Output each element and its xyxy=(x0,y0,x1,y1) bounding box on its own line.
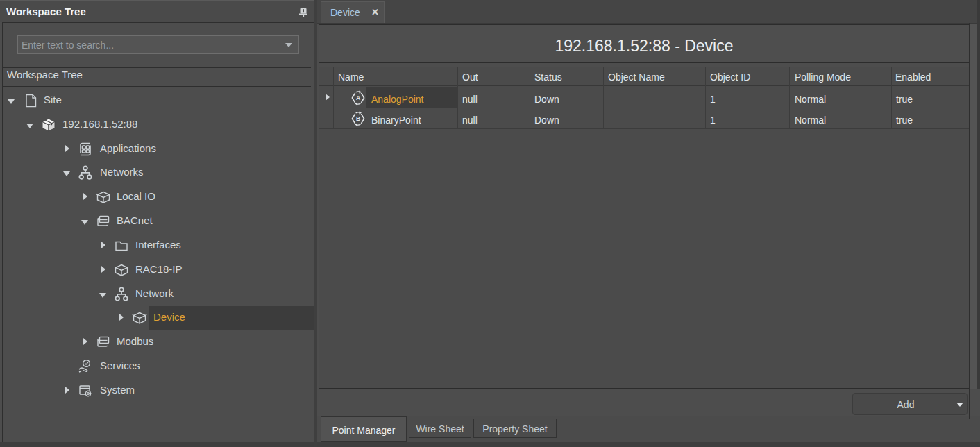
svg-text:B: B xyxy=(356,115,360,122)
svg-text:A: A xyxy=(356,94,360,101)
